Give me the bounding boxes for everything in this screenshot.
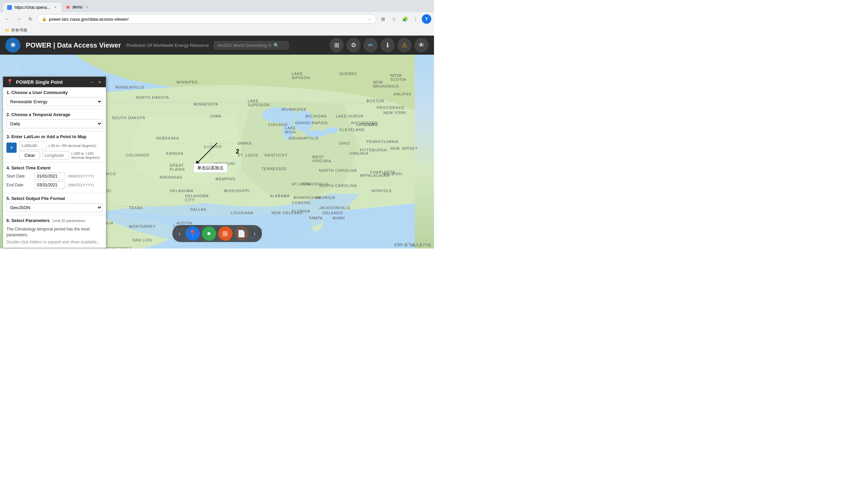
- time-label: 4. Select Time Extent: [6, 165, 102, 170]
- side-panel: 📍 POWER Single Point − × 1. Choose a Use…: [3, 76, 106, 248]
- info-icon-button[interactable]: ℹ: [380, 38, 395, 52]
- bookmarks-bar: 📁 所有书签: [0, 26, 434, 35]
- reload-button[interactable]: ↻: [26, 14, 35, 24]
- toolbar-doc-button[interactable]: 📄: [234, 226, 249, 241]
- tab-close-demo[interactable]: ×: [85, 5, 89, 10]
- logo-icon: ☀: [10, 41, 16, 49]
- location-icon: 📍: [188, 229, 197, 238]
- bookmark-label: 所有书签: [11, 28, 28, 33]
- toolbar-prev-button[interactable]: ‹: [174, 228, 185, 239]
- address-star-icon[interactable]: ☆: [368, 17, 372, 22]
- tab-label-chat: https://chat.opena...: [15, 5, 50, 10]
- add-point-button[interactable]: +: [6, 143, 17, 153]
- eye-icon: 👁: [418, 42, 424, 49]
- tab-chat[interactable]: https://chat.opena... ×: [3, 2, 62, 12]
- tab-favicon: [7, 5, 12, 10]
- output-format-select[interactable]: GeoJSON CSV NetCDF ASCII: [6, 203, 102, 212]
- app-header: ☀ POWER | Data Access Viewer Prediction …: [0, 36, 434, 55]
- menu-icon[interactable]: ⋮: [411, 14, 420, 24]
- tab-close-chat[interactable]: ×: [53, 5, 58, 10]
- attribution-text: ESRI @飞融人生TY众: [394, 243, 431, 247]
- params-label: 6. Select Parameters: [6, 218, 49, 223]
- gear-icon-button[interactable]: ⚙: [346, 38, 361, 52]
- longitude-input[interactable]: [42, 151, 69, 159]
- temporal-label: 2. Choose a Temporal Average: [6, 112, 102, 117]
- warning-icon-button[interactable]: ⚠: [397, 38, 411, 52]
- lat-row: (-90 to +90 decimal degrees): [19, 141, 102, 150]
- panel-section-coordinates: 3. Enter Lat/Lon or Add a Point to Map +…: [3, 131, 106, 162]
- bookmark-icon[interactable]: ☆: [389, 14, 399, 24]
- panel-header: 📍 POWER Single Point − ×: [3, 77, 106, 87]
- user-community-select[interactable]: Renewable Energy Agroclimatology Sustain…: [6, 97, 102, 106]
- user-community-label: 1. Choose a User Community: [6, 90, 102, 95]
- grid-icon-button[interactable]: ⊞: [330, 38, 344, 52]
- search-icon[interactable]: 🔍: [274, 43, 279, 48]
- temporal-select[interactable]: Daily Monthly Climatology Hourly: [6, 119, 102, 128]
- toolbar-layers-button[interactable]: ⊞: [218, 226, 232, 241]
- extension2-icon[interactable]: 🧩: [400, 14, 409, 24]
- start-date-label: Start Date: [6, 174, 32, 179]
- pencil-icon: ✏: [368, 41, 373, 49]
- panel-section-output: 5. Select Output File Format GeoJSON CSV…: [3, 193, 106, 215]
- panel-title: POWER Single Point: [16, 80, 86, 85]
- green-square-icon: ■: [207, 230, 211, 237]
- toolbar-location-button[interactable]: 📍: [186, 226, 200, 241]
- nav-right-icons: ⊞ ☆ 🧩 ⋮ T: [378, 14, 431, 24]
- search-input[interactable]: [217, 43, 272, 48]
- app-title: POWER | Data Access Viewer: [26, 41, 121, 49]
- coordinates-row: + (-90 to +90 decimal degrees) Clear (-1…: [6, 141, 102, 159]
- coordinates-label: 3. Enter Lat/Lon or Add a Point to Map: [6, 134, 102, 139]
- lat-hint: (-90 to +90 decimal degrees): [48, 144, 96, 148]
- eye-icon-button[interactable]: 👁: [414, 38, 429, 52]
- tab-bar: https://chat.opena... × 🐙 demo ×: [0, 0, 434, 12]
- info-icon: ℹ: [387, 41, 389, 49]
- start-date-input[interactable]: [34, 172, 65, 180]
- tab-label-demo: demo: [72, 5, 83, 10]
- panel-location-icon: 📍: [6, 79, 13, 85]
- tab-demo[interactable]: 🐙 demo ×: [62, 2, 93, 12]
- panel-body: 1. Choose a User Community Renewable Ene…: [3, 87, 106, 248]
- forward-button[interactable]: →: [14, 14, 24, 24]
- edit-icon-button[interactable]: ✏: [363, 38, 378, 52]
- clear-button[interactable]: Clear: [19, 151, 40, 159]
- latitude-input[interactable]: [19, 141, 46, 150]
- panel-section-temporal: 2. Choose a Temporal Average Daily Month…: [3, 109, 106, 131]
- profile-button[interactable]: T: [422, 14, 431, 24]
- end-date-label: End Date: [6, 183, 32, 187]
- address-input[interactable]: [49, 17, 366, 22]
- doc-icon: 📄: [237, 229, 246, 238]
- panel-section-parameters: 6. Select Parameters Limit 20 parameters…: [3, 215, 106, 248]
- search-bar: 🔍: [214, 41, 289, 49]
- params-description: The Climatology temporal period has the …: [6, 226, 102, 238]
- extension-icon[interactable]: ⊞: [378, 14, 388, 24]
- params-limit: Limit 20 parameters: [52, 218, 85, 223]
- panel-section-time: 4. Select Time Extent Start Date (MM/DD/…: [3, 162, 106, 193]
- map-bottom-toolbar: ‹ 📍 ■ ⊞ 📄 ›: [172, 225, 262, 242]
- start-date-row: Start Date (MM/DD/YYYY): [6, 172, 102, 180]
- gear-icon: ⚙: [351, 41, 356, 49]
- end-date-row: End Date (MM/DD/YYYY): [6, 181, 102, 189]
- coord-group: (-90 to +90 decimal degrees) Clear (-180…: [19, 141, 102, 159]
- svg-point-2: [283, 115, 294, 140]
- panel-minimize-button[interactable]: −: [89, 80, 94, 85]
- header-right: ⊞ ⚙ ✏ ℹ ⚠ 👁: [330, 38, 429, 52]
- end-date-input[interactable]: [34, 181, 65, 189]
- end-date-hint: (MM/DD/YYYY): [68, 183, 94, 187]
- back-button[interactable]: ←: [3, 14, 12, 24]
- params-sub-note: Double-click folders to expand and show …: [6, 239, 102, 245]
- svg-point-3: [294, 110, 313, 132]
- toolbar-next-button[interactable]: ›: [250, 228, 260, 239]
- app-container: ☀ POWER | Data Access Viewer Prediction …: [0, 36, 434, 248]
- warning-icon: ⚠: [402, 41, 407, 49]
- svg-point-5: [325, 127, 338, 133]
- lon-hint: (-180 to +180 decimal degrees): [71, 152, 102, 159]
- address-bar: 🔒 ☆: [37, 14, 376, 24]
- panel-close-button[interactable]: ×: [97, 80, 102, 85]
- app-logo: ☀: [5, 38, 20, 53]
- output-label: 5. Select Output File Format: [6, 196, 102, 201]
- map-container[interactable]: Charlotte Vancouver Minneapolis Winnipeg…: [0, 55, 434, 248]
- browser-chrome: https://chat.opena... × 🐙 demo × ← → ↻ 🔒…: [0, 0, 434, 36]
- start-date-hint: (MM/DD/YYYY): [68, 174, 94, 178]
- bookmark-folder[interactable]: 📁 所有书签: [3, 27, 30, 34]
- toolbar-green-button[interactable]: ■: [202, 226, 216, 241]
